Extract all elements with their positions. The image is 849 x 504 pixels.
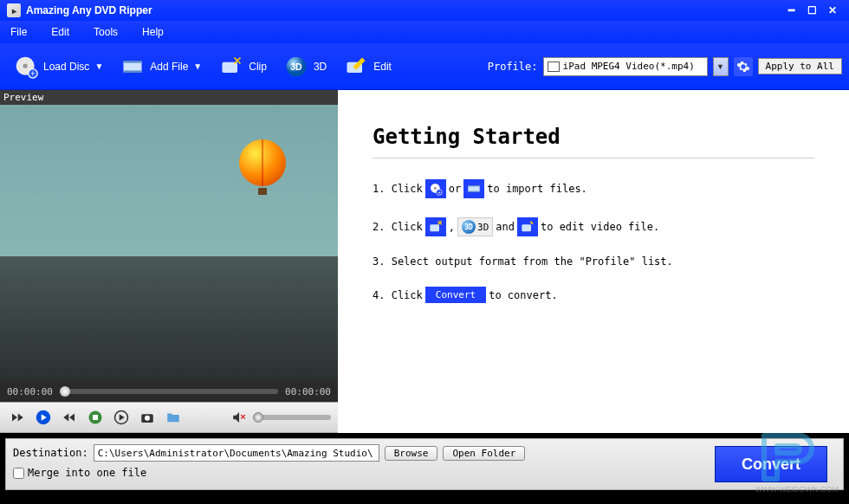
play-button[interactable] [33, 407, 54, 428]
clip-icon [425, 217, 446, 236]
load-disc-button[interactable]: + Load Disc ▼ [7, 49, 108, 84]
add-file-button[interactable]: Add File ▼ [113, 49, 207, 84]
load-disc-label: Load Disc [43, 61, 89, 73]
3d-icon: 3D [282, 53, 310, 81]
step-button[interactable] [111, 407, 132, 428]
preview-label: Preview [0, 90, 338, 105]
convert-badge: Convert [425, 287, 486, 303]
volume-control [229, 407, 331, 428]
prev-button[interactable] [7, 407, 28, 428]
destination-row: Destination: Browse Open Folder [13, 444, 836, 462]
svg-point-18 [434, 187, 437, 190]
app-icon: ▸ [7, 3, 21, 17]
step-text: 2. Click [373, 221, 423, 233]
step-4: 4. Click Convert to convert. [373, 287, 814, 303]
svg-rect-13 [93, 415, 98, 420]
svg-text:+: + [30, 69, 35, 78]
disc-icon: + [425, 179, 446, 198]
merge-checkbox[interactable] [13, 468, 24, 479]
edit-label: Edit [373, 61, 392, 73]
svg-point-1 [23, 63, 28, 68]
menu-help[interactable]: Help [142, 26, 164, 38]
step-text: or [449, 183, 461, 195]
svg-rect-23 [469, 191, 480, 192]
edit-button[interactable]: Edit [337, 49, 397, 84]
stop-button[interactable] [85, 407, 106, 428]
clip-button[interactable]: Clip [212, 49, 272, 84]
window-controls: ━ ☐ ✕ [781, 3, 842, 18]
balloon-image [239, 139, 286, 195]
profile-dropdown-button[interactable]: ▼ [713, 57, 729, 76]
convert-button[interactable]: Convert [715, 446, 827, 482]
profile-section: Profile: iPad MPEG4 Video(*.mp4) ▼ Apply… [488, 57, 842, 76]
step-text: to edit video file. [541, 221, 659, 233]
getting-started-title: Getting Started [373, 125, 814, 158]
add-file-label: Add File [150, 61, 188, 73]
titlebar: ▸ Amazing Any DVD Ripper ━ ☐ ✕ [0, 0, 849, 21]
timeline-track[interactable] [60, 389, 278, 394]
step-text: and [496, 221, 515, 233]
app-title: Amazing Any DVD Ripper [26, 4, 781, 16]
step-2: 2. Click , 3D3D and to edit video file. [373, 217, 814, 236]
chevron-down-icon: ▼ [193, 61, 202, 71]
menu-edit[interactable]: Edit [51, 26, 69, 38]
svg-point-16 [145, 416, 150, 421]
destination-label: Destination: [13, 447, 88, 459]
film-icon [119, 53, 146, 81]
minimize-button[interactable]: ━ [781, 3, 800, 18]
menubar: File Edit Tools Help [0, 21, 849, 43]
3d-button[interactable]: 3D 3D [277, 49, 332, 84]
3d-text: 3D [477, 222, 489, 233]
time-total: 00:00:00 [285, 386, 331, 397]
settings-button[interactable] [734, 57, 753, 76]
bottom-panel: Destination: Browse Open Folder Merge in… [5, 438, 844, 490]
volume-slider[interactable] [253, 415, 331, 420]
clip-label: Clip [249, 61, 267, 73]
mute-button[interactable] [229, 407, 250, 428]
svg-rect-25 [522, 224, 531, 231]
timeline: 00:00:00 00:00:00 [0, 381, 338, 402]
chevron-down-icon: ▼ [94, 61, 103, 71]
step-text: , [449, 221, 455, 233]
svg-rect-6 [124, 70, 142, 73]
edit-icon [517, 217, 538, 236]
destination-input[interactable] [94, 444, 379, 462]
disc-icon: + [12, 53, 40, 81]
step-1: 1. Click + or to import files. [373, 179, 814, 198]
device-icon [548, 61, 560, 72]
maximize-button[interactable]: ☐ [802, 3, 821, 18]
apply-to-all-button[interactable]: Apply to All [758, 58, 842, 74]
next-button[interactable] [59, 407, 80, 428]
step-3: 3. Select output format from the "Profil… [373, 255, 814, 268]
step-text: to convert. [489, 289, 557, 301]
open-folder-button[interactable]: Open Folder [443, 446, 525, 461]
menu-file[interactable]: File [10, 26, 27, 38]
timeline-thumb[interactable] [60, 386, 70, 397]
close-button[interactable]: ✕ [823, 3, 842, 18]
3d-badge: 3D3D [457, 217, 493, 236]
svg-rect-22 [469, 185, 480, 186]
snapshot-button[interactable] [137, 407, 158, 428]
player-controls [0, 402, 338, 433]
gear-icon [736, 60, 750, 74]
volume-thumb[interactable] [253, 412, 263, 423]
menu-tools[interactable]: Tools [94, 26, 118, 38]
step-text: 3. Select output format from the "Profil… [373, 255, 673, 268]
3d-label: 3D [314, 61, 327, 73]
merge-row: Merge into one file [13, 467, 836, 479]
svg-rect-5 [124, 61, 142, 63]
svg-text:+: + [437, 190, 440, 195]
profile-label: Profile: [488, 61, 538, 73]
profile-select[interactable]: iPad MPEG4 Video(*.mp4) [543, 57, 708, 76]
merge-label: Merge into one file [28, 467, 146, 479]
getting-started-panel: Getting Started 1. Click + or to import … [338, 90, 849, 433]
folder-button[interactable] [163, 407, 184, 428]
step-text: 4. Click [373, 289, 423, 301]
svg-rect-24 [430, 224, 439, 231]
profile-value: iPad MPEG4 Video(*.mp4) [563, 61, 695, 72]
preview-video [0, 105, 338, 381]
browse-button[interactable]: Browse [385, 446, 438, 461]
time-current: 00:00:00 [7, 386, 53, 397]
toolbar: + Load Disc ▼ Add File ▼ Clip 3D 3D Edit… [0, 43, 849, 90]
preview-panel: Preview 00:00:00 00:00:00 [0, 90, 338, 433]
